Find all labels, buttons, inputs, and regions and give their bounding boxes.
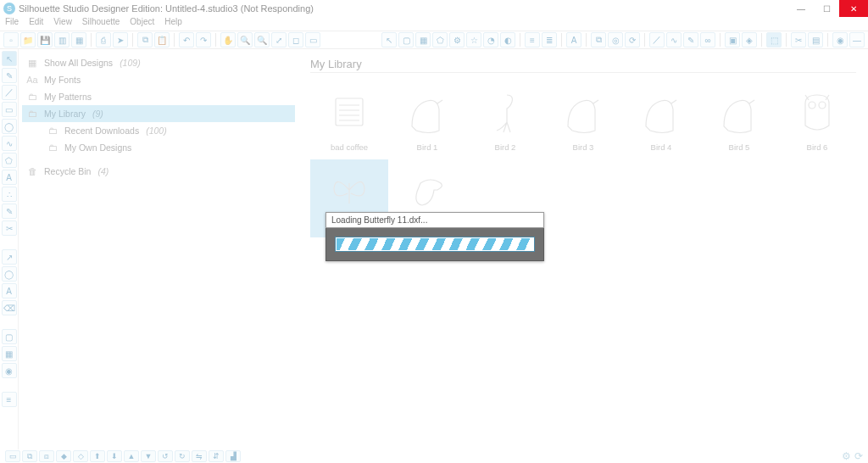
tbr-line2[interactable]: —	[849, 32, 865, 47]
sb-release[interactable]: ◇	[73, 450, 88, 462]
tbr-cut[interactable]: ✂	[791, 32, 806, 47]
tbr-rotate[interactable]: ⟳	[625, 32, 640, 47]
thumb-bird-1[interactable]: Bird 1	[388, 81, 466, 159]
tbr-align1[interactable]: ≡	[525, 32, 540, 47]
tbr-offset[interactable]: ◎	[608, 32, 623, 47]
vtool-grid[interactable]: ▦	[2, 346, 17, 361]
tbr-trace[interactable]: ◐	[500, 32, 515, 47]
tbr-page[interactable]: ▢	[398, 32, 414, 47]
menu-object[interactable]: Object	[130, 17, 154, 31]
maximize-button[interactable]: ☐	[814, 0, 839, 17]
tbr-send2[interactable]: ◔	[483, 32, 498, 47]
sb-sel[interactable]: ▭	[5, 450, 20, 462]
tbr-text[interactable]: A	[566, 32, 581, 47]
tbl-new[interactable]: ▫	[3, 32, 19, 47]
sb-comp[interactable]: ◆	[56, 450, 71, 462]
tbl-undo[interactable]: ↶	[179, 32, 194, 47]
tbr-cursor[interactable]: ↖	[381, 32, 397, 47]
sb-group[interactable]: ⧉	[22, 450, 37, 462]
tbr-replicate[interactable]: ⧉	[591, 32, 606, 47]
tree-my-fonts[interactable]: AaMy Fonts	[22, 71, 295, 88]
tbr-fill[interactable]: ◉	[832, 32, 848, 47]
vtool-arrow[interactable]: ↗	[2, 249, 17, 265]
vtool-poly[interactable]: ⬠	[2, 153, 17, 168]
tree-my-patterns[interactable]: 🗀My Patterns	[22, 88, 295, 105]
tbl-zoomin[interactable]: 🔍	[237, 32, 253, 47]
vtool-text[interactable]: A	[2, 170, 17, 185]
tbr-gear[interactable]: ⚙	[449, 32, 465, 47]
sb-ungroup[interactable]: ⧈	[39, 450, 54, 462]
tbr-modify[interactable]: ✎	[683, 32, 698, 47]
vtool-oval[interactable]: ◯	[2, 119, 17, 134]
menu-silhouette[interactable]: Silhouette	[82, 17, 120, 31]
thumb-bad-coffee[interactable]: bad coffee	[310, 81, 388, 159]
tbl-send[interactable]: ➤	[113, 32, 128, 47]
sb-rotl[interactable]: ↺	[158, 450, 173, 462]
sb-flipv[interactable]: ⇵	[209, 450, 224, 462]
vtool-edit[interactable]: ✎	[2, 68, 17, 83]
sb-back[interactable]: ⬇	[107, 450, 122, 462]
thumb-bird-4[interactable]: Bird 4	[622, 81, 700, 159]
vtool-globe[interactable]: ◉	[2, 363, 17, 378]
vtool-rect[interactable]: ▭	[2, 102, 17, 117]
tree-my-library[interactable]: 🗀My Library(9)	[22, 105, 295, 122]
tbl-zoomsel[interactable]: ◻	[288, 32, 303, 47]
menu-view[interactable]: View	[53, 17, 72, 31]
tbl-redo[interactable]: ↷	[196, 32, 211, 47]
sb-mirror[interactable]: ▟	[225, 450, 241, 462]
tbr-send3[interactable]: ▤	[808, 32, 823, 47]
tree-recycle-bin[interactable]: 🗑Recycle Bin(4)	[22, 163, 295, 180]
tree-show-all-designs[interactable]: ▦Show All Designs(109)	[22, 54, 295, 71]
vtool-draw[interactable]: ✎	[2, 204, 17, 219]
refresh-icon[interactable]: ⟳	[854, 450, 863, 462]
tbl-print[interactable]: ⎙	[96, 32, 111, 47]
tbr-weld[interactable]: ∞	[700, 32, 715, 47]
tbl-zoomout[interactable]: 🔍	[254, 32, 270, 47]
tbr-sketch[interactable]: ∿	[666, 32, 682, 47]
tree-recent-downloads[interactable]: 🗀Recent Downloads(100)	[22, 122, 295, 139]
close-button[interactable]: ✕	[839, 0, 868, 17]
tbl-store[interactable]: ▦	[71, 32, 86, 47]
vtool-layers[interactable]: ≡	[2, 392, 17, 407]
thumb-bird-6[interactable]: Bird 6	[778, 81, 856, 159]
tbl-paste[interactable]: 📋	[154, 32, 170, 47]
sb-bkwd[interactable]: ▼	[141, 450, 156, 462]
tbr-align2[interactable]: ≣	[542, 32, 557, 47]
menu-file[interactable]: File	[5, 17, 19, 31]
vtool-knife[interactable]: ✂	[2, 220, 17, 236]
vtool-sel[interactable]: ↖	[2, 51, 17, 66]
vtool-curve[interactable]: ∿	[2, 136, 17, 151]
tbr-select[interactable]: ⬚	[766, 32, 782, 47]
minimize-button[interactable]: —	[788, 0, 814, 17]
tbl-save[interactable]: 💾	[37, 32, 53, 47]
tbl-zoomarea[interactable]: ▭	[305, 32, 320, 47]
tbl-hand[interactable]: ✋	[220, 32, 236, 47]
tbr-rhinestone[interactable]: ◈	[742, 32, 757, 47]
tbr-line[interactable]: ／	[649, 32, 665, 47]
sb-fwd[interactable]: ▲	[124, 450, 139, 462]
thumb-bird-2[interactable]: Bird 2	[466, 81, 544, 159]
thumb-bird-5[interactable]: Bird 5	[700, 81, 778, 159]
sb-fliph[interactable]: ⇋	[192, 450, 207, 462]
vtool-spray[interactable]: ∴	[2, 187, 17, 202]
thumb-bird-3[interactable]: Bird 3	[544, 81, 622, 159]
tbl-lib[interactable]: ▥	[54, 32, 70, 47]
vtool-circ[interactable]: ◯	[2, 266, 17, 282]
tbl-open[interactable]: 📁	[20, 32, 36, 47]
tbr-grid[interactable]: ▦	[415, 32, 431, 47]
tbl-zoomfit[interactable]: ⤢	[271, 32, 287, 47]
sb-front[interactable]: ⬆	[90, 450, 105, 462]
vtool-erase[interactable]: ⌫	[2, 300, 17, 315]
vtool-page[interactable]: ▢	[2, 329, 17, 344]
menu-help[interactable]: Help	[164, 17, 182, 31]
tbr-pentagon[interactable]: ⬠	[432, 32, 448, 47]
settings-icon[interactable]: ⚙	[842, 450, 851, 462]
vtool-line[interactable]: ／	[2, 85, 17, 100]
vtool-font[interactable]: A	[2, 283, 17, 298]
menu-edit[interactable]: Edit	[29, 17, 43, 31]
tbr-star[interactable]: ☆	[466, 32, 481, 47]
tbr-pixscan[interactable]: ▣	[725, 32, 740, 47]
sb-rotr[interactable]: ↻	[175, 450, 190, 462]
tree-my-own-designs[interactable]: 🗀My Own Designs	[22, 139, 295, 156]
tbl-copy[interactable]: ⧉	[137, 32, 153, 47]
